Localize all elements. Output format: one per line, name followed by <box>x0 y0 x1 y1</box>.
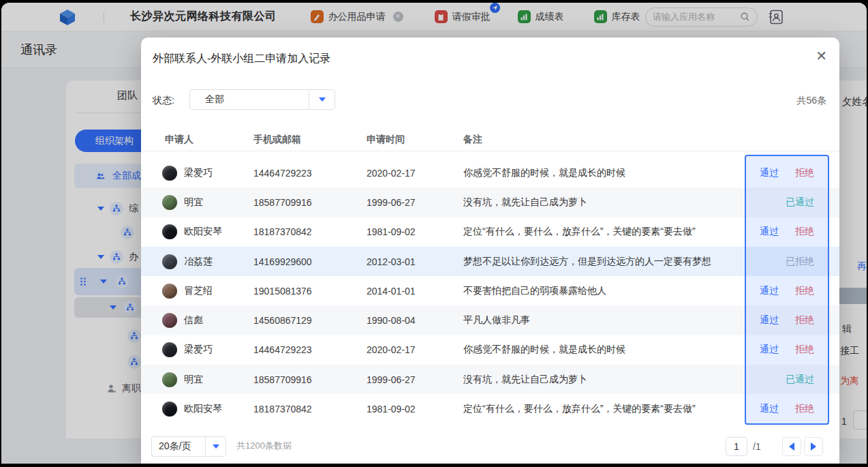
action-cell: 已通过 <box>745 365 829 394</box>
avatar <box>162 166 177 181</box>
modal-title: 外部联系人-外联小组二申请加入记录 <box>153 52 330 66</box>
action-cell: 已通过 <box>745 187 829 217</box>
apply-date: 2014-01-01 <box>367 286 416 297</box>
status-rejected: 已拒绝 <box>786 256 814 268</box>
table-row: 欧阳安琴 18187370842 1981-09-02 定位“有什么，要什么，放… <box>141 217 839 247</box>
approve-link[interactable]: 通过 <box>760 344 779 356</box>
phone: 18187370842 <box>253 404 312 415</box>
applicant-name: 冒芝绍 <box>184 285 213 297</box>
status-select[interactable]: 全部 <box>189 89 335 110</box>
table-body: 梁爱巧 14464729223 2020-02-17 你感觉不舒服的时候，就是成… <box>141 158 839 424</box>
action-cell: 通过 拒绝 <box>745 305 829 335</box>
applicant-name: 梁爱巧 <box>184 167 213 179</box>
action-cell: 通过 拒绝 <box>745 158 829 187</box>
table-row: 明宜 18587709916 1999-06-27 没有坑，就先让自己成为萝卜 … <box>141 187 839 217</box>
apply-date: 2020-02-17 <box>367 344 416 355</box>
remark: 你感觉不舒服的时候，就是成长的时候 <box>463 344 625 356</box>
phone: 14464729223 <box>253 168 312 179</box>
col-header-remark: 备注 <box>463 134 482 146</box>
avatar <box>162 224 177 239</box>
remark: 定位“有什么，要什么，放弃什么”，关键的要素“要去做” <box>463 403 696 415</box>
apply-date: 1981-09-02 <box>367 226 416 237</box>
approve-link[interactable]: 通过 <box>760 167 779 179</box>
remark: 定位“有什么，要什么，放弃什么”，关键的要素“要去做” <box>463 226 696 238</box>
status-approved: 已通过 <box>786 374 814 386</box>
avatar <box>162 284 177 299</box>
col-header-phone: 手机或邮箱 <box>253 134 301 146</box>
remark: 你感觉不舒服的时候，就是成长的时候 <box>463 167 625 179</box>
phone: 14169929600 <box>253 256 312 267</box>
phone: 14464729223 <box>253 344 312 355</box>
approve-link[interactable]: 通过 <box>760 403 779 415</box>
table-row: 冒芝绍 19015081376 2014-01-01 不要害怕把自己的弱项暴露给… <box>141 276 839 305</box>
apply-date: 1999-06-27 <box>367 374 416 385</box>
apply-date: 2012-03-01 <box>367 256 416 267</box>
table-header: 申请人 手机或邮箱 申请时间 备注 <box>141 134 839 151</box>
applicant-name: 欧阳安琴 <box>184 403 222 415</box>
apply-date: 1999-06-27 <box>367 197 416 208</box>
join-requests-modal: 外部联系人-外联小组二申请加入记录 ✕ 状态: 全部 共56条 申请人 手机或邮… <box>141 37 839 464</box>
reject-link[interactable]: 拒绝 <box>795 226 814 238</box>
action-cell: 通过 拒绝 <box>745 335 829 365</box>
status-filter-label: 状态: <box>153 95 174 107</box>
applicant-name: 欧阳安琴 <box>184 226 222 238</box>
reject-link[interactable]: 拒绝 <box>795 403 814 415</box>
footer-total-count: 共1200条数据 <box>236 440 292 452</box>
reject-link[interactable]: 拒绝 <box>795 314 814 327</box>
status-select-value: 全部 <box>205 93 309 106</box>
approve-link[interactable]: 通过 <box>760 226 779 238</box>
apply-date: 1990-08-04 <box>367 315 416 326</box>
approve-link[interactable]: 通过 <box>760 314 779 327</box>
page-size-select[interactable]: 20条/页 <box>151 436 226 457</box>
avatar <box>162 342 177 357</box>
table-row: 欧阳安琴 18187370842 1981-09-02 定位“有什么，要什么，放… <box>141 394 839 423</box>
total-count: 共56条 <box>796 95 826 107</box>
arrow-left-icon <box>789 442 794 451</box>
prev-page-button[interactable] <box>782 437 801 456</box>
avatar <box>162 313 177 328</box>
apply-date: 2020-02-17 <box>367 168 416 179</box>
table-row: 梁爱巧 14464729223 2020-02-17 你感觉不舒服的时候，就是成… <box>141 158 839 187</box>
avatar <box>162 402 177 417</box>
reject-link[interactable]: 拒绝 <box>795 167 814 179</box>
col-header-applicant: 申请人 <box>165 134 193 146</box>
remark: 没有坑，就先让自己成为萝卜 <box>463 374 587 386</box>
action-cell: 通过 拒绝 <box>745 217 829 247</box>
app-window: 长沙异次元网络科技有限公司 办公用品申请 ✕ 请假审批 成绩表 <box>1 3 867 464</box>
applicant-name: 明宜 <box>184 374 203 386</box>
phone: 18187370842 <box>253 226 312 237</box>
action-cell: 通过 拒绝 <box>745 394 829 423</box>
page-size-value: 20条/页 <box>159 440 205 453</box>
remark: 梦想不足以让你到达远方，但是到达远方的人一定要有梦想 <box>463 256 711 268</box>
close-icon[interactable]: ✕ <box>816 48 827 64</box>
chevron-down-icon <box>319 97 326 102</box>
phone: 19015081376 <box>253 286 312 297</box>
avatar <box>162 254 177 269</box>
page-total: /1 <box>753 441 761 452</box>
table-row: 明宜 18587709916 1999-06-27 没有坑，就先让自己成为萝卜 … <box>141 365 839 394</box>
applicant-name: 梁爱巧 <box>184 344 213 356</box>
table-row: 信彪 14560867129 1990-08-04 平凡人做非凡事 通过 拒绝 <box>141 305 839 335</box>
chevron-down-icon <box>213 445 219 449</box>
remark: 平凡人做非凡事 <box>463 314 530 327</box>
reject-link[interactable]: 拒绝 <box>795 344 814 356</box>
page-number-input[interactable] <box>726 437 747 456</box>
table-row: 梁爱巧 14464729223 2020-02-17 你感觉不舒服的时候，就是成… <box>141 335 839 365</box>
reject-link[interactable]: 拒绝 <box>795 285 814 297</box>
apply-date: 1981-09-02 <box>367 404 416 415</box>
applicant-name: 冶荔莲 <box>184 256 213 268</box>
applicant-name: 信彪 <box>184 314 203 327</box>
arrow-right-icon <box>811 442 816 451</box>
action-cell: 已拒绝 <box>745 247 829 276</box>
phone: 18587709916 <box>253 374 312 385</box>
remark: 没有坑，就先让自己成为萝卜 <box>463 196 587 209</box>
col-header-apply-time: 申请时间 <box>367 134 405 146</box>
approve-link[interactable]: 通过 <box>760 285 779 297</box>
status-approved: 已通过 <box>786 196 814 209</box>
avatar <box>162 195 177 210</box>
phone: 18587709916 <box>253 197 312 208</box>
avatar <box>162 372 177 387</box>
table-row: 冶荔莲 14169929600 2012-03-01 梦想不足以让你到达远方，但… <box>141 247 839 276</box>
action-cell: 通过 拒绝 <box>745 276 829 305</box>
next-page-button[interactable] <box>804 437 823 456</box>
